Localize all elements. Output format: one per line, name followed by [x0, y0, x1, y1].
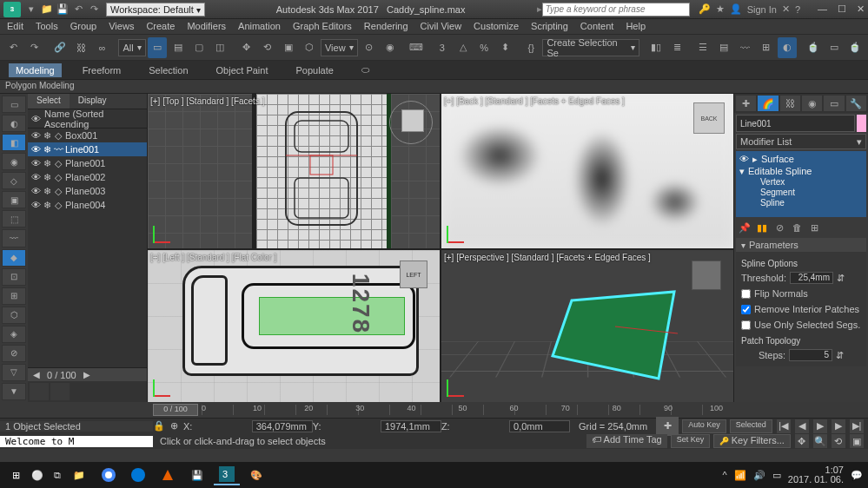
taskbar-vlc[interactable] — [155, 465, 181, 485]
placement-button[interactable]: ⬡ — [300, 37, 319, 58]
nav-orbit-button[interactable]: ⟲ — [832, 434, 845, 448]
viewport-top[interactable]: [+] [Top ] [Standard ] [Facets ] — [148, 94, 440, 248]
ribbon-tab-selection[interactable]: Selection — [142, 63, 195, 77]
viewcube[interactable]: LEFT — [400, 260, 427, 288]
scale-button[interactable]: ▣ — [279, 37, 298, 58]
unlink-button[interactable]: ⛓ — [71, 37, 90, 58]
cmd-tab-create[interactable]: ✚ — [736, 96, 756, 111]
minimize-button[interactable]: — — [818, 3, 827, 15]
viewport-left[interactable]: [+] [Left ] [Standard ] [Flat Color ] 12… — [148, 250, 440, 402]
action-center-icon[interactable]: 💬 — [851, 470, 863, 481]
cmd-tab-utilities[interactable]: 🔧 — [846, 96, 866, 111]
prev-frame-button[interactable]: ◀ — [795, 419, 809, 433]
signin-button[interactable]: Sign In — [747, 4, 777, 15]
explorer-tab-display[interactable]: Display — [70, 94, 116, 109]
render-button[interactable]: 🍵 — [845, 37, 865, 58]
9-tool[interactable]: ⊞ — [2, 287, 26, 305]
stack-baseobject[interactable]: ▾ Editable Spline — [738, 165, 865, 177]
object-name-input[interactable] — [736, 115, 855, 132]
object-color-swatch[interactable] — [857, 115, 866, 132]
move-button[interactable]: ✥ — [236, 37, 255, 58]
addtimetag-button[interactable]: 🏷 Add Time Tag — [586, 434, 667, 448]
redo-button[interactable]: ↷ — [24, 37, 43, 58]
viewport-perspective[interactable]: [+] [Perspective ] [Standard ] [Facets +… — [441, 250, 733, 402]
star-icon[interactable]: ★ — [716, 3, 725, 15]
maxscript-listener[interactable]: Welcome to M — [0, 436, 153, 447]
spinner-arrows-icon[interactable]: ⇵ — [837, 273, 845, 284]
pivot-button[interactable]: ⊙ — [360, 37, 379, 58]
explorer-vp2-button[interactable] — [50, 383, 70, 400]
steps-spinner[interactable]: 5 — [789, 349, 832, 361]
redo-icon[interactable]: ↷ — [87, 3, 101, 16]
remove-interior-checkbox[interactable] — [741, 305, 751, 314]
exchange-icon[interactable]: ✕ — [782, 3, 790, 15]
selected-surface[interactable] — [259, 297, 405, 335]
viewcube[interactable] — [692, 260, 721, 290]
select-object-button[interactable]: ▭ — [148, 37, 167, 58]
flip-normals-checkbox[interactable] — [741, 289, 751, 299]
snap-button[interactable]: 3 — [433, 37, 452, 58]
stack-sub-spline[interactable]: Spline — [738, 198, 865, 208]
nav-max-button[interactable]: ▣ — [850, 434, 864, 448]
next-frame-button[interactable]: ▶ — [832, 419, 845, 433]
menu-scripting[interactable]: Scripting — [531, 21, 568, 32]
taskbar-explorer[interactable]: 📁 — [66, 465, 92, 485]
rotate-button[interactable]: ⟲ — [257, 37, 276, 58]
threshold-spinner[interactable]: 25,4mm — [790, 272, 833, 284]
explorer-item[interactable]: 👁❄◇Plane004 — [28, 198, 147, 212]
taskview-button[interactable]: ⧉ — [54, 470, 61, 481]
menu-create[interactable]: Create — [146, 21, 175, 32]
help-icon[interactable]: ? — [795, 4, 800, 15]
surface-object[interactable] — [546, 285, 685, 398]
undo-icon[interactable]: ↶ — [71, 3, 85, 16]
keyfilters-button[interactable]: 🔑 Key Filters... — [713, 434, 791, 448]
ribbon-tab-freeform[interactable]: Freeform — [76, 63, 129, 77]
menu-rendering[interactable]: Rendering — [364, 21, 408, 32]
select-tool[interactable]: ▭ — [2, 96, 26, 113]
align-button[interactable]: ≣ — [667, 37, 686, 58]
ribbon-tab-populate[interactable]: Populate — [288, 63, 340, 77]
start-button[interactable]: ⊞ — [5, 465, 26, 485]
use-only-sel-checkbox[interactable] — [741, 320, 751, 330]
named-sel-set-dropdown[interactable]: Create Selection Se ▾ — [542, 39, 639, 56]
10-tool[interactable]: ⬡ — [2, 307, 26, 324]
taskbar-edge[interactable] — [125, 465, 151, 485]
stack-sub-segment[interactable]: Segment — [738, 188, 865, 198]
4-tool[interactable]: ▣ — [2, 191, 26, 208]
show-result-button[interactable]: ▮▮ — [755, 221, 769, 234]
viewport-back[interactable]: [+] [Back ] [Standard ] [Facets + Edged … — [441, 94, 733, 248]
explorer-item[interactable]: 👁❄〰Line001 — [28, 142, 147, 156]
play-button[interactable]: ▶ — [813, 419, 827, 433]
time-slider[interactable]: 0 / 100 — [153, 404, 198, 416]
render-frame-button[interactable]: ▭ — [825, 37, 844, 58]
explorer-tab-select[interactable]: Select — [28, 94, 70, 109]
spinner-snap-button[interactable]: ⬍ — [495, 37, 514, 58]
stack-modifier[interactable]: 👁▸ Surface — [738, 153, 865, 165]
12-tool[interactable]: ⊘ — [2, 345, 26, 362]
explorer-item[interactable]: 👁❄◇Plane003 — [28, 184, 147, 198]
explorer-header[interactable]: 👁 Name (Sorted Ascending — [28, 109, 147, 129]
tray-network-icon[interactable]: 📶 — [734, 470, 746, 481]
menu-views[interactable]: Views — [109, 21, 134, 32]
help-search-input[interactable] — [542, 3, 690, 16]
menu-modifiers[interactable]: Modifiers — [187, 21, 226, 32]
viewport-label[interactable]: [+] [Back ] [Standard ] [Facets + Edged … — [444, 96, 625, 106]
explorer-item[interactable]: 👁❄◇Box001 — [28, 129, 147, 142]
configure-button[interactable]: ⊞ — [807, 221, 821, 234]
cycle-tool[interactable]: ◐ — [2, 115, 26, 132]
eye-icon[interactable]: 👁 — [739, 154, 749, 164]
named-sel-set-button[interactable]: {} — [521, 37, 540, 58]
viewcube[interactable] — [401, 109, 424, 132]
goto-end-button[interactable]: ▶| — [850, 419, 864, 433]
14-tool[interactable]: ▼ — [2, 383, 26, 400]
material-editor-button[interactable]: ◐ — [778, 37, 797, 58]
tray-lang-icon[interactable]: ▭ — [772, 470, 781, 481]
menu-civilview[interactable]: Civil View — [421, 21, 461, 32]
layer-explorer-button[interactable]: ▤ — [714, 37, 733, 58]
open-icon[interactable]: 📁 — [40, 3, 54, 16]
app-logo[interactable]: 3 — [3, 2, 21, 17]
menu-tools[interactable]: Tools — [36, 21, 58, 32]
viewcube[interactable]: BACK — [693, 102, 725, 134]
coord-z-field[interactable]: 0,0mm — [509, 420, 570, 432]
cmd-tab-display[interactable]: ▭ — [824, 96, 844, 111]
